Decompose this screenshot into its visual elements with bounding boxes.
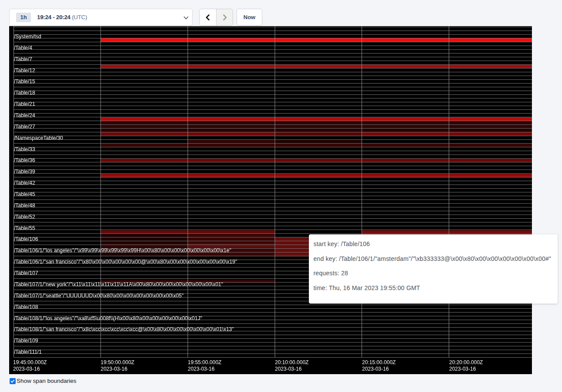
svg-text:/Table/4: /Table/4 <box>14 45 32 51</box>
svg-text:/Table/24: /Table/24 <box>14 112 35 118</box>
svg-text:/Table/33: /Table/33 <box>14 146 35 152</box>
svg-text:/Table/42: /Table/42 <box>14 180 35 186</box>
svg-text:/Table/36: /Table/36 <box>14 157 35 163</box>
svg-text:19:45:00.000Z: 19:45:00.000Z <box>13 359 47 365</box>
svg-text:/Table/12: /Table/12 <box>14 68 35 74</box>
svg-text:/System/tsd: /System/tsd <box>14 34 41 40</box>
svg-text:2023-03-16: 2023-03-16 <box>362 366 389 372</box>
svg-text:20:20:00.000Z: 20:20:00.000Z <box>449 359 483 365</box>
svg-text:/Table/7: /Table/7 <box>14 56 32 62</box>
svg-text:20:15:00.000Z: 20:15:00.000Z <box>362 359 396 365</box>
svg-text:20:10:00.000Z: 20:10:00.000Z <box>275 359 308 365</box>
svg-text:/Table/15: /Table/15 <box>14 78 35 84</box>
svg-text:/Table/52: /Table/52 <box>14 214 35 220</box>
svg-text:/Table/106/1/"san francisco"/": /Table/106/1/"san francisco"/"\x80\x00\x… <box>14 259 237 265</box>
svg-text:/Table/107/1/"new york"/"\x11\: /Table/107/1/"new york"/"\x11\x11\x11\x1… <box>14 281 223 287</box>
svg-text:/Table/21: /Table/21 <box>14 101 35 107</box>
svg-text:2023-03-16: 2023-03-16 <box>275 366 302 372</box>
svg-text:/Table/55: /Table/55 <box>14 225 35 231</box>
svg-text:2023-03-16: 2023-03-16 <box>101 366 128 372</box>
svg-text:/Table/27: /Table/27 <box>14 124 35 130</box>
svg-text:2023-03-16: 2023-03-16 <box>449 366 476 372</box>
svg-text:/Table/106/1/"los angeles"/"\x: /Table/106/1/"los angeles"/"\x99\x99\x99… <box>14 247 231 253</box>
svg-text:2023-03-16: 2023-03-16 <box>188 366 215 372</box>
svg-text:/Table/111/1: /Table/111/1 <box>14 349 42 355</box>
svg-text:/Table/107: /Table/107 <box>14 270 38 276</box>
svg-text:/Table/48: /Table/48 <box>14 203 35 209</box>
svg-text:19:50:00.000Z: 19:50:00.000Z <box>101 359 134 365</box>
svg-text:/Table/108/1/"san francisco"/": /Table/108/1/"san francisco"/"\x8c\xcc\x… <box>14 326 234 332</box>
svg-text:/Table/107/1/"seattle"/"UUUUUU: /Table/107/1/"seattle"/"UUUUUUD\x00\x80\… <box>14 293 183 299</box>
svg-text:/Table/106: /Table/106 <box>14 236 38 242</box>
svg-text:/Table/108/1/"los angeles"/"\x: /Table/108/1/"los angeles"/"\xa8\xf5\u00… <box>14 315 202 321</box>
svg-text:/Table/109: /Table/109 <box>14 338 38 344</box>
svg-text:/Table/45: /Table/45 <box>14 191 35 197</box>
svg-text:/Table/18: /Table/18 <box>14 90 35 96</box>
svg-text:/Table/39: /Table/39 <box>14 169 35 175</box>
svg-text:/NamespaceTable/30: /NamespaceTable/30 <box>14 135 63 141</box>
svg-text:2023-03-16: 2023-03-16 <box>13 366 40 372</box>
svg-text:19:55:00.000Z: 19:55:00.000Z <box>188 359 221 365</box>
svg-text:/Table/108: /Table/108 <box>14 304 38 310</box>
